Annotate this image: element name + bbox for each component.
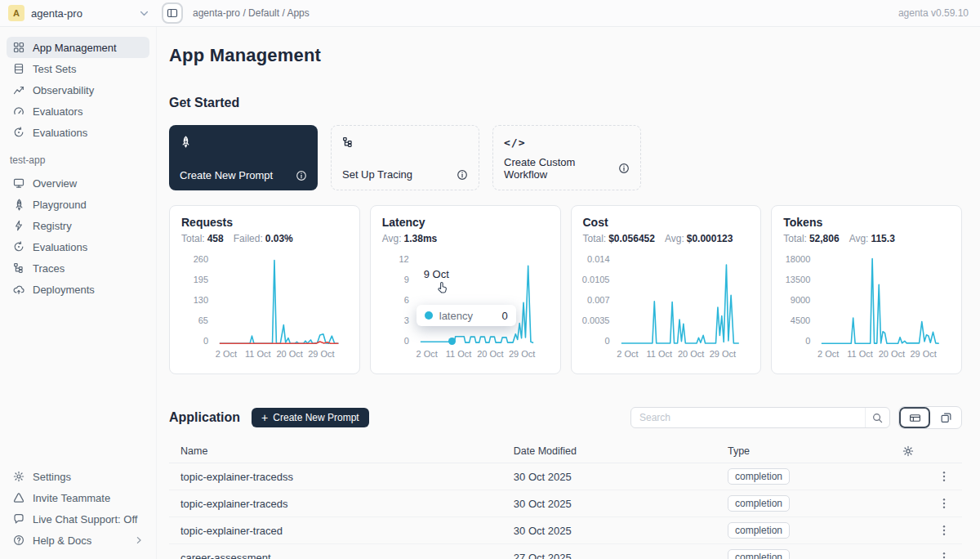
app-name-cell[interactable]: topic-explainer-traceds [169,498,502,510]
app-name-cell[interactable]: career-assessment [169,552,502,559]
get-started-card-set-up-tracing[interactable]: Set Up Tracing [331,125,479,190]
date-modified-cell: 30 Oct 2025 [502,471,716,483]
search-box [630,407,890,428]
main-content: App Management Get Started Create New Pr… [157,27,980,559]
table-header-row: Name Date Modified Type [169,439,962,463]
tooltip-series-name: latency [439,310,473,322]
tree-icon [13,262,25,275]
grid-icon [13,42,25,54]
x-axis-ticks: 2 Oct11 Oct20 Oct29 Oct [617,349,750,360]
stat-avg: Avg:1.38ms [382,233,438,244]
stat-avg: Avg:$0.000123 [665,233,733,244]
sidebar-item-evaluators[interactable]: Evaluators [7,101,149,122]
applications-table: Name Date Modified Type topic-explainer-… [169,439,962,559]
sidebar-item-observability[interactable]: Observability [7,79,149,101]
page-title: App Management [169,45,962,66]
topbar: A agenta-pro agenta-pro / Default / Apps… [0,0,980,27]
sidebar-item-live-chat-support-off[interactable]: Live Chat Support: Off [7,508,149,530]
sidebar-item-test-sets[interactable]: Test Sets [7,58,149,79]
stat-total: Total:$0.056452 [583,233,655,244]
rocket-icon [180,134,307,149]
column-settings[interactable] [891,445,962,457]
table-row[interactable]: topic-explainer-traceds 30 Oct 2025 comp… [169,490,962,517]
cost-line-chart [617,254,750,346]
sidebar-item-overview[interactable]: Overview [7,172,149,194]
chart-title: Tokens [783,216,950,229]
y-axis-ticks: 0.0140.01050.0070.00350 [583,254,617,346]
sidebar-item-invite-teammate[interactable]: Invite Teammate [7,487,149,508]
series-failed [220,342,339,343]
tokens-plot[interactable]: 2 Oct11 Oct20 Oct29 Oct [817,254,950,346]
row-menu-button[interactable] [938,496,951,511]
bolt-icon [13,220,25,232]
table-row[interactable]: topic-explainer-traced 30 Oct 2025 compl… [169,517,962,544]
type-badge: completion [728,468,790,485]
column-header-name[interactable]: Name [169,445,502,457]
sidebar-item-deployments[interactable]: Deployments [7,279,149,300]
testset-icon [13,63,25,75]
sidebar-item-settings[interactable]: Settings [7,466,149,487]
stat-total: Total:458 [181,233,224,244]
card-view-button[interactable] [930,407,961,428]
table-view-button[interactable] [899,407,930,428]
sidebar-toggle-button[interactable] [162,2,183,24]
row-menu-button[interactable] [938,523,951,538]
column-header-type[interactable]: Type [716,445,891,457]
sidebar-item-evaluations[interactable]: Evaluations [7,122,149,143]
create-new-prompt-button[interactable]: + Create New Prompt [252,408,369,427]
chart-card-cost: Cost Total:$0.056452Avg:$0.000123 0.0140… [571,205,762,374]
chart-title: Requests [181,216,348,229]
sidebar-item-evaluations[interactable]: Evaluations [7,236,149,257]
plus-icon: + [261,412,268,423]
tokens-line-chart [817,254,950,346]
search-input[interactable] [631,412,865,423]
sidebar-item-app-management[interactable]: App Management [7,37,149,58]
breadcrumb[interactable]: agenta-pro / Default / Apps [193,7,310,19]
workspace-name: agenta-pro [31,7,82,20]
workspace-selector[interactable]: A agenta-pro [8,5,149,21]
sidebar-item-traces[interactable]: Traces [7,257,149,279]
requests-plot[interactable]: 2 Oct11 Oct20 Oct29 Oct [216,254,348,346]
info-icon[interactable] [296,170,307,181]
row-menu-button[interactable] [938,550,951,559]
y-axis-ticks: 129630 [382,254,416,346]
application-heading: Application [169,410,240,425]
get-started-cards: Create New Prompt Set Up Tracing</> Crea… [169,125,962,190]
info-icon[interactable] [618,163,630,174]
chevron-down-icon [140,9,149,18]
row-menu-button[interactable] [938,469,951,484]
monitor-icon [13,177,25,190]
gauge-icon [13,105,25,118]
application-header: Application + Create New Prompt [169,406,962,429]
x-axis-ticks: 2 Oct11 Oct20 Oct29 Oct [817,349,950,360]
chevron-right-icon [135,536,143,544]
get-started-card-create-new-prompt[interactable]: Create New Prompt [169,125,318,190]
app-name-cell[interactable]: topic-explainer-tracedss [169,471,502,483]
refresh-icon [13,241,25,253]
sidebar-item-help-docs[interactable]: Help & Docs [7,530,149,551]
column-header-date-modified[interactable]: Date Modified [502,445,716,457]
chart-title: Latency [382,216,549,229]
chart-icon [13,84,25,96]
sidebar-app-nav: OverviewPlaygroundRegistryEvaluationsTra… [7,172,149,300]
sidebar-item-playground[interactable]: Playground [7,194,149,215]
info-icon[interactable] [457,169,468,181]
cost-plot[interactable]: 2 Oct11 Oct20 Oct29 Oct [617,254,750,346]
series-requests [220,261,339,344]
series-dot [425,311,433,320]
sidebar-main-nav: App ManagementTest SetsObservabilityEval… [7,37,149,143]
app-name-cell[interactable]: topic-explainer-traced [169,525,502,537]
chart-card-latency: Latency Avg:1.38ms 129630 2 Oct11 Oct20 … [370,205,561,374]
sidebar-item-registry[interactable]: Registry [7,215,149,236]
search-icon[interactable] [865,408,889,427]
type-badge: completion [728,495,790,512]
latency-plot[interactable]: 2 Oct11 Oct20 Oct29 Oct 9 Oct latency 0 [416,254,549,346]
table-row[interactable]: career-assessment 27 Oct 2025 completion [169,544,962,559]
table-row[interactable]: topic-explainer-tracedss 30 Oct 2025 com… [169,463,962,490]
panel-left-icon [167,7,178,19]
stat-total: Total:52,806 [783,233,839,244]
get-started-heading: Get Started [169,96,962,110]
get-started-card-create-custom-workflow[interactable]: </> Create Custom Workflow [492,125,641,190]
chart-tooltip: latency 0 [416,305,516,326]
tooltip-date: 9 Oct [424,268,449,280]
